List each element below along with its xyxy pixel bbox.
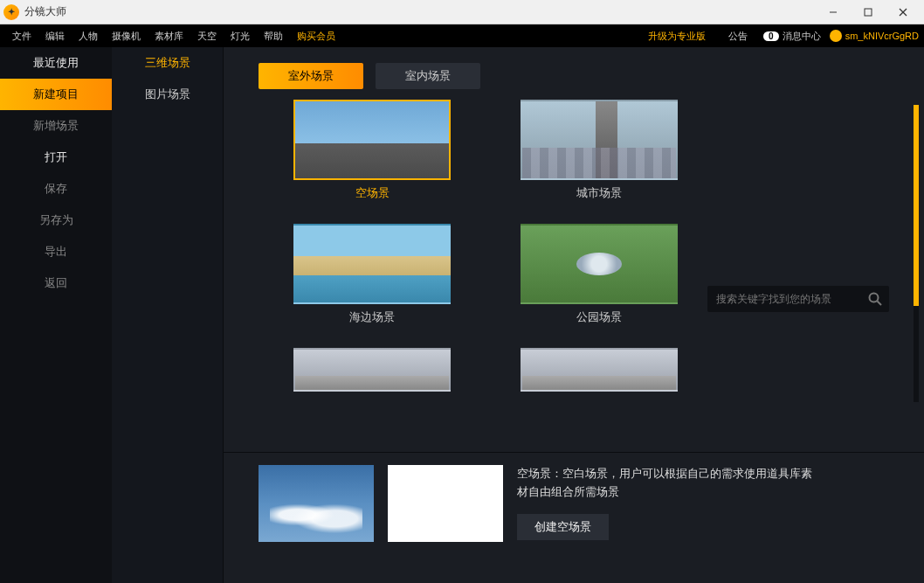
scene-label: 公园场景 — [576, 309, 622, 325]
primary-sidebar: 最近使用 新建项目 新增场景 打开 保存 另存为 导出 返回 — [0, 47, 112, 583]
sidebar-item-new-project[interactable]: 新建项目 — [0, 79, 112, 110]
sidebar-item-recent[interactable]: 最近使用 — [0, 47, 112, 79]
menu-person[interactable]: 人物 — [72, 26, 105, 46]
sidebar-item-new-scene[interactable]: 新增场景 — [0, 110, 112, 142]
scene-card-park[interactable]: 公园场景 — [512, 224, 686, 325]
search-icon[interactable] — [865, 288, 886, 309]
scene-thumb — [521, 348, 678, 392]
close-button[interactable] — [886, 0, 921, 24]
scene-thumb — [293, 224, 451, 304]
sidebar-item-save-as[interactable]: 另存为 — [0, 205, 112, 236]
svg-rect-1 — [865, 9, 872, 16]
search-box[interactable] — [707, 286, 889, 312]
sidebar2-item-3d-scene[interactable]: 三维场景 — [112, 47, 223, 79]
scene-card-empty[interactable]: 空场景 — [285, 100, 459, 201]
maximize-button[interactable] — [851, 0, 886, 24]
create-scene-button[interactable]: 创建空场景 — [517, 514, 609, 540]
scene-label: 城市场景 — [576, 185, 622, 201]
message-label: 消息中心 — [783, 30, 821, 43]
menu-light[interactable]: 灯光 — [224, 26, 257, 46]
search-input[interactable] — [716, 293, 865, 305]
message-center[interactable]: 0 消息中心 — [763, 30, 821, 43]
sidebar-item-open[interactable]: 打开 — [0, 142, 112, 173]
scene-thumb — [521, 224, 678, 304]
avatar-icon — [830, 30, 842, 42]
sidebar-item-back[interactable]: 返回 — [0, 267, 112, 299]
scene-thumb — [293, 100, 451, 180]
tab-outdoor[interactable]: 室外场景 — [259, 63, 363, 89]
window-controls — [816, 0, 921, 24]
app-title: 分镜大师 — [24, 4, 66, 19]
detail-thumb-2 — [388, 465, 503, 542]
app-logo-icon: ✦ — [3, 4, 19, 20]
scene-label: 海边场景 — [349, 309, 395, 325]
detail-thumb-1 — [259, 465, 374, 542]
menu-purchase[interactable]: 购买会员 — [290, 26, 342, 46]
scene-card-partial-1[interactable] — [285, 348, 459, 392]
scene-detail-panel: 空场景：空白场景，用户可以根据自己的需求使用道具库素材自由组合所需场景 创建空场… — [224, 452, 924, 583]
secondary-sidebar: 三维场景 图片场景 — [112, 47, 224, 583]
svg-point-4 — [870, 294, 879, 302]
tab-indoor[interactable]: 室内场景 — [376, 63, 480, 89]
detail-description: 空场景：空白场景，用户可以根据自己的需求使用道具库素材自由组合所需场景 — [517, 465, 814, 502]
message-count-badge: 0 — [763, 31, 779, 41]
user-account[interactable]: sm_kNIVcrGgRD — [830, 30, 919, 42]
username-label: sm_kNIVcrGgRD — [845, 31, 919, 41]
sidebar-item-export[interactable]: 导出 — [0, 236, 112, 267]
sidebar-item-save[interactable]: 保存 — [0, 173, 112, 205]
scrollbar-thumb[interactable] — [914, 105, 919, 306]
sidebar2-item-image-scene[interactable]: 图片场景 — [112, 79, 223, 110]
minimize-button[interactable] — [816, 0, 851, 24]
menu-assets[interactable]: 素材库 — [148, 26, 190, 46]
announce-link[interactable]: 公告 — [721, 26, 755, 46]
scene-type-tabs: 室外场景 室内场景 — [224, 47, 924, 100]
menu-help[interactable]: 帮助 — [257, 26, 290, 46]
scene-label: 空场景 — [355, 185, 390, 201]
menu-camera[interactable]: 摄像机 — [105, 26, 148, 46]
scene-card-beach[interactable]: 海边场景 — [285, 224, 459, 325]
menu-sky[interactable]: 天空 — [190, 26, 224, 46]
scene-thumb — [293, 348, 451, 392]
main-content: 室外场景 室内场景 空场景 城市场景 海边场景 公 — [224, 47, 924, 583]
scene-grid-area: 空场景 城市场景 海边场景 公园场景 — [224, 100, 924, 452]
menu-edit[interactable]: 编辑 — [38, 26, 72, 46]
upgrade-link[interactable]: 升级为专业版 — [641, 26, 713, 46]
svg-line-5 — [878, 302, 882, 306]
menu-file[interactable]: 文件 — [5, 26, 38, 46]
titlebar: ✦ 分镜大师 — [0, 0, 924, 24]
scene-card-city[interactable]: 城市场景 — [512, 100, 686, 201]
scene-card-partial-2[interactable] — [512, 348, 686, 392]
scene-thumb — [521, 100, 678, 180]
menubar: 文件 编辑 人物 摄像机 素材库 天空 灯光 帮助 购买会员 升级为专业版 公告… — [0, 24, 924, 47]
